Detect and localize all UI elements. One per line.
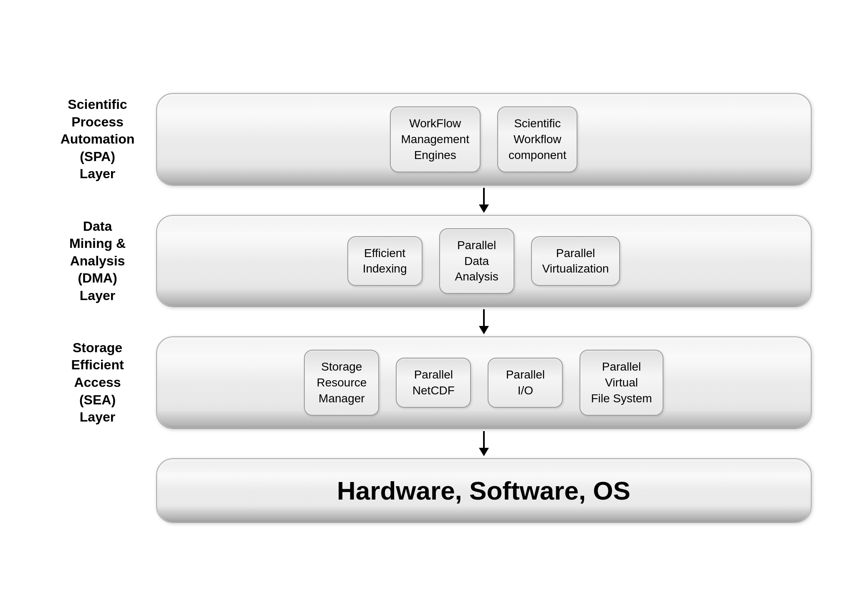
parallel-virtual-file-system-box: ParallelVirtualFile System: [580, 350, 663, 415]
arrow-head-3: [479, 448, 489, 456]
arrow-down-3: [479, 431, 489, 456]
hardware-label: Hardware, Software, OS: [337, 476, 630, 505]
arrow-line-2: [483, 309, 485, 326]
arrow-down-2: [479, 309, 489, 334]
dma-layer-row: DataMining &Analysis(DMA)Layer Efficient…: [52, 215, 812, 307]
workflow-management-engines-box: WorkFlowManagementEngines: [390, 106, 481, 172]
scientific-workflow-component-box: ScientificWorkflowcomponent: [497, 106, 578, 172]
arrow-1: [52, 186, 812, 215]
spa-layer-label: ScientificProcessAutomation(SPA)Layer: [52, 96, 144, 183]
sea-layer-label: StorageEfficientAccess(SEA)Layer: [52, 339, 144, 426]
arrow-3: [52, 429, 812, 458]
arrow-line-3: [483, 431, 485, 448]
parallel-netcdf-box: ParallelNetCDF: [396, 358, 471, 408]
efficient-indexing-box: EfficientIndexing: [347, 236, 423, 286]
hardware-row: Hardware, Software, OS: [52, 458, 812, 523]
storage-resource-manager-box: StorageResourceManager: [304, 350, 379, 415]
parallel-data-analysis-box: ParallelDataAnalysis: [439, 228, 514, 294]
parallel-io-box: ParallelI/O: [488, 358, 563, 408]
dma-layer-label: DataMining &Analysis(DMA)Layer: [52, 218, 144, 305]
dma-layer-band: EfficientIndexing ParallelDataAnalysis P…: [156, 215, 812, 307]
diagram-container: ScientificProcessAutomation(SPA)Layer Wo…: [35, 68, 828, 548]
hardware-band: Hardware, Software, OS: [156, 458, 812, 523]
parallel-virtualization-box: ParallelVirtualization: [531, 236, 620, 286]
sea-layer-band: StorageResourceManager ParallelNetCDF Pa…: [156, 336, 812, 429]
spa-layer-row: ScientificProcessAutomation(SPA)Layer Wo…: [52, 93, 812, 185]
arrow-head-1: [479, 204, 489, 213]
arrow-head-2: [479, 326, 489, 334]
arrow-line-1: [483, 188, 485, 204]
sea-layer-row: StorageEfficientAccess(SEA)Layer Storage…: [52, 336, 812, 429]
arrow-down-1: [479, 188, 489, 213]
arrow-2: [52, 307, 812, 336]
spa-layer-band: WorkFlowManagementEngines ScientificWork…: [156, 93, 812, 185]
